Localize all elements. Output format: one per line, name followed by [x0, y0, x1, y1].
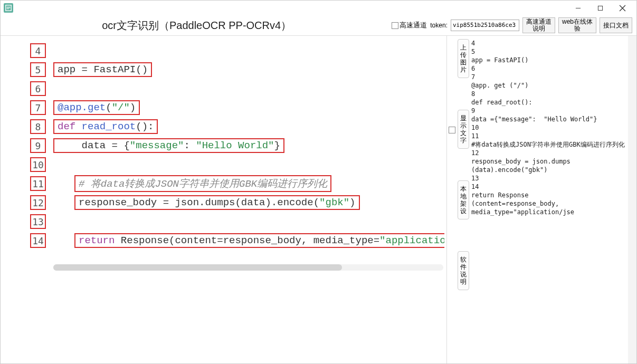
code-line: 6: [5, 79, 444, 98]
line-number: 8: [30, 119, 46, 134]
code-panel: 45app = FastAPI()67@app.get("/")8def rea…: [1, 36, 446, 363]
line-number: 6: [30, 81, 46, 96]
line-number: 5: [30, 62, 46, 77]
code-text: @app.get("/"): [53, 100, 140, 115]
output-vscrollbar[interactable]: [628, 36, 636, 363]
code-inner: 45app = FastAPI()67@app.get("/")8def rea…: [5, 41, 444, 361]
code-line: 5app = FastAPI(): [5, 60, 444, 79]
main-area: 45app = FastAPI()67@app.get("/")8def rea…: [1, 35, 636, 363]
close-button[interactable]: [611, 2, 633, 14]
right-panel: 上传图片 显示文字 本地架设 软件说明 4 5 app = FastAPI() …: [446, 36, 636, 363]
line-number: 12: [30, 195, 46, 210]
code-text: def read_root():: [53, 119, 158, 134]
app-window: ocr文字识别（PaddleOCR PP-OCRv4） 高速通道 token: …: [0, 0, 637, 364]
code-line: 8def read_root():: [5, 117, 444, 136]
code-line: 4: [5, 41, 444, 60]
api-doc-button[interactable]: 接口文档: [600, 17, 632, 33]
showtext-checkbox[interactable]: [449, 127, 455, 133]
code-line: 10: [5, 155, 444, 174]
code-hscrollbar[interactable]: [53, 264, 443, 271]
line-number: 7: [30, 100, 46, 115]
showtext-check-col: [447, 36, 457, 363]
line-number: 9: [30, 138, 46, 153]
line-number: 14: [30, 233, 46, 248]
line-number: 4: [30, 43, 46, 58]
code-line: 12response_body = json.dumps(data).encod…: [5, 193, 444, 212]
code-line: 14return Response(content=response_body,…: [5, 231, 444, 250]
web-check-button[interactable]: web在线体 验: [558, 17, 596, 33]
local-setup-button[interactable]: 本地架设: [458, 180, 469, 219]
code-line: 11# 将data转换成JSON字符串并使用GBK编码进行序列化: [5, 174, 444, 193]
code-line: 9 data = {"message": "Hello World"}: [5, 136, 444, 155]
page-title: ocr文字识别（PaddleOCR PP-OCRv4）: [5, 18, 388, 33]
ocr-output-panel[interactable]: 4 5 app = FastAPI() 6 7 @app. get ("/") …: [470, 36, 628, 363]
side-button-column: 上传图片 显示文字 本地架设 软件说明: [457, 36, 470, 363]
code-line: 7@app.get("/"): [5, 98, 444, 117]
code-text: app = FastAPI(): [53, 62, 152, 77]
token-field[interactable]: vip8551b2510a86ce3: [451, 20, 519, 31]
minimize-button[interactable]: [567, 2, 589, 14]
code-text: response_body = json.dumps(data).encode(…: [74, 195, 360, 210]
software-help-button[interactable]: 软件说明: [458, 251, 469, 290]
app-icon: [4, 3, 13, 13]
code-hscrollbar-thumb[interactable]: [53, 264, 342, 271]
show-text-button[interactable]: 显示文字: [458, 110, 469, 149]
line-number: 11: [30, 176, 46, 191]
line-number: 13: [30, 214, 46, 229]
highspeed-label: 高速通道: [400, 21, 427, 30]
code-line: 13: [5, 212, 444, 231]
titlebar: [1, 1, 636, 15]
line-number: 10: [30, 157, 46, 172]
checkbox-icon: [392, 22, 398, 29]
highspeed-checkbox[interactable]: 高速通道: [392, 21, 427, 30]
code-text: return Response(content=response_body, m…: [74, 233, 444, 248]
token-label: token:: [430, 22, 448, 29]
header-bar: ocr文字识别（PaddleOCR PP-OCRv4） 高速通道 token: …: [1, 15, 636, 35]
svg-rect-2: [598, 6, 602, 10]
upload-image-button[interactable]: 上传图片: [458, 39, 469, 78]
code-text: # 将data转换成JSON字符串并使用GBK编码进行序列化: [74, 175, 331, 192]
maximize-button[interactable]: [589, 2, 611, 14]
code-text: data = {"message": "Hello World"}: [53, 138, 284, 153]
highspeed-help-button[interactable]: 高速通道 说明: [522, 17, 555, 33]
